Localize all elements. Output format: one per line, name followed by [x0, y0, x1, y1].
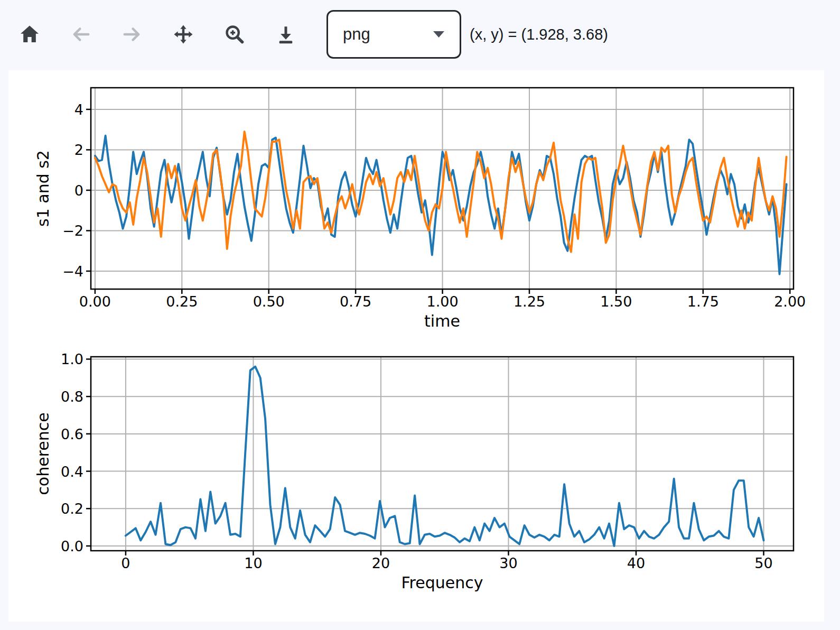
y-tick-label: 0.6: [61, 426, 83, 442]
x-axis-label: Frequency: [402, 573, 483, 592]
y-tick-label: 0.2: [61, 501, 83, 517]
format-select[interactable]: png: [326, 10, 461, 59]
x-tick-label: 1.25: [514, 293, 545, 310]
figure-toolbar: png (x, y) = (1.928, 3.68): [19, 0, 608, 69]
plots-svg: 0.000.250.500.751.001.251.501.752.00−4−2…: [8, 70, 824, 622]
y-axis-label: coherence: [34, 412, 52, 495]
coherence-line: [126, 367, 764, 546]
back-button[interactable]: [70, 24, 91, 45]
x-tick-label: 1.50: [600, 293, 632, 310]
y-tick-label: 0.0: [61, 538, 83, 554]
y-tick-label: −2: [62, 223, 83, 239]
x-tick-label: 1.75: [687, 293, 719, 310]
y-tick-label: 0.4: [61, 464, 83, 480]
axes-s1: 0.000.250.500.751.001.251.501.752.00−4−2…: [34, 88, 806, 330]
zoom-in-icon: [224, 24, 245, 45]
home-button[interactable]: [19, 24, 40, 45]
x-tick-label: 0: [121, 555, 130, 571]
x-tick-label: 10: [244, 555, 262, 571]
cursor-readout: (x, y) = (1.928, 3.68): [470, 26, 608, 43]
y-tick-label: 4: [74, 101, 83, 118]
chevron-down-icon: [433, 31, 445, 38]
x-tick-label: 30: [499, 555, 517, 571]
x-axis-label: time: [424, 312, 460, 330]
axes-coherence: 010203040500.00.20.40.60.81.0Frequencyco…: [34, 351, 794, 592]
forward-button[interactable]: [122, 24, 143, 45]
x-tick-label: 0.25: [166, 293, 198, 310]
x-tick-label: 1.00: [426, 293, 458, 310]
y-tick-label: 0.8: [61, 388, 83, 405]
y-tick-label: 2: [74, 142, 83, 158]
x-tick-label: 2.00: [774, 293, 806, 310]
y-tick-label: −4: [62, 263, 83, 280]
zoom-button[interactable]: [224, 24, 245, 45]
x-tick-label: 50: [754, 555, 772, 571]
figure-canvas[interactable]: 0.000.250.500.751.001.251.501.752.00−4−2…: [8, 70, 824, 622]
x-tick-label: 0.00: [79, 293, 111, 310]
move-arrows-icon: [173, 24, 194, 45]
download-button[interactable]: [275, 24, 296, 45]
y-axis-label: s1 and s2: [34, 150, 52, 227]
x-tick-label: 0.75: [340, 293, 371, 310]
y-tick-label: 1.0: [61, 351, 83, 367]
x-tick-label: 40: [627, 555, 645, 571]
x-tick-label: 20: [372, 555, 390, 571]
axes-spines: [91, 357, 794, 551]
format-select-value: png: [343, 25, 370, 44]
arrow-left-icon: [70, 24, 91, 45]
x-tick-label: 0.50: [253, 293, 285, 310]
pan-button[interactable]: [173, 24, 194, 45]
arrow-right-icon: [122, 24, 143, 45]
y-tick-label: 0: [74, 182, 83, 199]
download-icon: [275, 24, 296, 45]
home-icon: [19, 24, 40, 45]
